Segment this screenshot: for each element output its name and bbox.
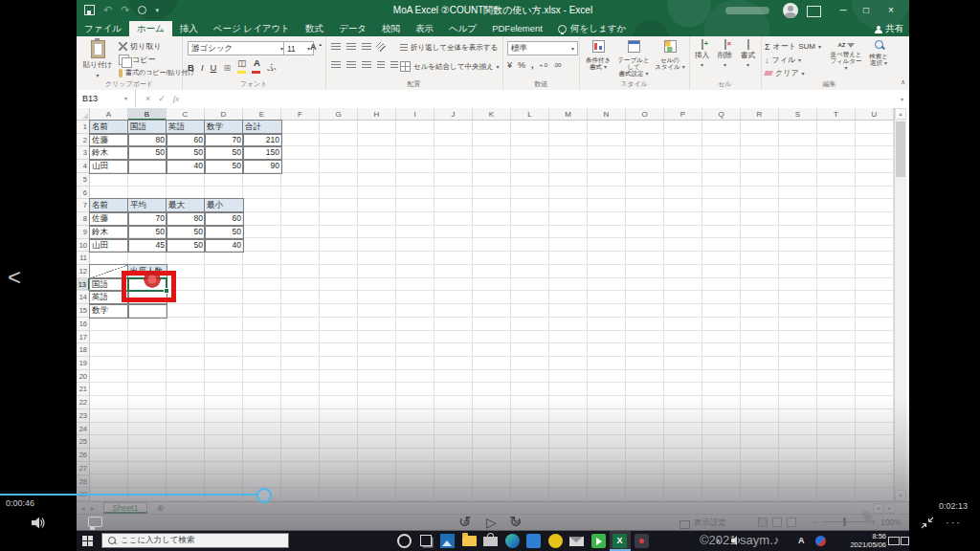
app-green-icon[interactable]	[591, 534, 606, 548]
format-as-table-button[interactable]: テーブルとして書式設定 ▾	[616, 40, 651, 77]
ribbon-tab-8[interactable]: ヘルプ	[441, 21, 484, 36]
fill-button[interactable]: ↓ フィル ▾	[765, 55, 801, 65]
align-middle-icon[interactable]	[346, 43, 356, 51]
ribbon-tab-1[interactable]: ホーム	[129, 21, 172, 36]
indent-decrease-icon[interactable]	[377, 61, 385, 69]
player-previous-icon[interactable]: <	[8, 264, 21, 291]
column-header-H[interactable]: H	[358, 108, 396, 121]
explorer-icon[interactable]	[462, 536, 477, 546]
user-avatar[interactable]	[783, 3, 798, 18]
cell-A15[interactable]: 数学	[90, 304, 128, 318]
hscroll-right-icon[interactable]: ▸	[884, 503, 895, 514]
font-color-button[interactable]: A	[253, 59, 260, 76]
column-header-E[interactable]: E	[243, 108, 281, 121]
cell-D8[interactable]: 60	[205, 212, 243, 226]
minimize-button[interactable]: ─	[831, 0, 856, 21]
name-box-dropdown-icon[interactable]: ▾	[124, 90, 127, 107]
row-header-9[interactable]: 9	[77, 226, 90, 239]
autosum-button[interactable]: Σ オート SUM ▾	[765, 41, 821, 52]
cell-E3[interactable]: 150	[243, 146, 281, 160]
cell-B4[interactable]	[128, 160, 167, 173]
cell-A9[interactable]: 鈴木	[90, 226, 128, 239]
cancel-formula-icon[interactable]: ×	[145, 94, 150, 103]
task-view-icon[interactable]	[420, 535, 432, 546]
delete-cells-button[interactable]: × 削除 ▾	[714, 40, 736, 69]
cell-D7[interactable]: 最小	[205, 199, 243, 212]
tray-user-icon[interactable]	[815, 536, 826, 546]
player-subtitle-icon[interactable]	[88, 517, 102, 527]
recorder-icon[interactable]	[635, 534, 649, 548]
cell-C1[interactable]: 英語	[167, 121, 205, 134]
close-button[interactable]: ×	[879, 0, 903, 21]
column-header-O[interactable]: O	[626, 108, 664, 121]
play-icon[interactable]: ▷	[486, 515, 497, 530]
row-header-14[interactable]: 14	[77, 291, 90, 304]
grow-font-icon[interactable]: A▴	[310, 42, 322, 52]
player-playhead[interactable]	[256, 488, 272, 503]
ime-indicator[interactable]: A	[798, 531, 805, 551]
row-header-23[interactable]: 23	[77, 409, 90, 423]
worksheet-grid[interactable]: ▴ ▾ ABCDEFGHIJKLMNOPQRSTU123456789101112…	[77, 108, 909, 501]
cell-B7[interactable]: 平均	[128, 199, 167, 212]
column-header-K[interactable]: K	[473, 108, 511, 121]
column-header-T[interactable]: T	[817, 108, 856, 121]
row-header-19[interactable]: 19	[77, 357, 90, 370]
column-header-D[interactable]: D	[205, 108, 243, 121]
zoom-level[interactable]: 100%	[880, 518, 902, 527]
row-header-5[interactable]: 5	[77, 173, 90, 187]
cortana-icon[interactable]	[397, 534, 412, 548]
cell-A1[interactable]: 名前	[90, 121, 128, 134]
fill-color-button[interactable]: ◫	[237, 59, 246, 76]
wrap-text-button[interactable]: 折り返して全体を表示する	[400, 43, 498, 53]
column-header-G[interactable]: G	[320, 108, 358, 121]
sort-filter-button[interactable]: AZ 並べ替えとフィルター ▾	[830, 40, 862, 72]
taskbar-search[interactable]: ここに入力して検索	[101, 533, 289, 548]
column-header-B[interactable]: B	[128, 108, 167, 121]
row-header-4[interactable]: 4	[77, 160, 90, 173]
start-button[interactable]	[82, 536, 93, 546]
column-header-L[interactable]: L	[511, 108, 549, 121]
comma-style-button[interactable]: ,	[531, 60, 534, 70]
app-yellow-icon[interactable]	[548, 534, 563, 548]
scroll-down-icon[interactable]: ▾	[895, 490, 906, 501]
bold-button[interactable]: B	[188, 62, 194, 73]
scroll-up-icon[interactable]: ▴	[895, 108, 906, 120]
column-header-A[interactable]: A	[90, 108, 128, 121]
row-header-8[interactable]: 8	[77, 212, 90, 226]
column-header-U[interactable]: U	[856, 108, 894, 121]
row-header-25[interactable]: 25	[77, 435, 90, 449]
enter-formula-icon[interactable]: ✓	[158, 94, 166, 103]
cell-B15[interactable]	[128, 304, 167, 318]
ribbon-tab-9[interactable]: PDFelement	[484, 21, 550, 36]
column-header-P[interactable]: P	[664, 108, 702, 121]
mail-icon[interactable]	[569, 537, 584, 546]
row-header-22[interactable]: 22	[77, 396, 90, 409]
column-header-Q[interactable]: Q	[702, 108, 741, 121]
cell-C9[interactable]: 50	[167, 226, 205, 239]
page-layout-view-icon[interactable]	[772, 518, 782, 527]
ribbon-tab-4[interactable]: 数式	[298, 21, 331, 36]
expand-formula-bar-icon[interactable]: ▾	[901, 96, 903, 102]
player-shrink-icon[interactable]	[921, 516, 934, 533]
column-header-I[interactable]: I	[396, 108, 434, 121]
italic-button[interactable]: I	[201, 62, 204, 73]
merge-center-button[interactable]: セルを結合して中央揃え ▾	[400, 61, 500, 72]
tell-me-box[interactable]: 何をしますか	[550, 21, 634, 36]
display-settings-button[interactable]: 表示設定	[679, 518, 726, 529]
ribbon-tab-6[interactable]: 校閲	[374, 21, 408, 36]
cell-C7[interactable]: 最大	[167, 199, 205, 212]
app-blue-icon[interactable]	[526, 534, 541, 548]
row-header-27[interactable]: 27	[77, 462, 90, 475]
row-header-6[interactable]: 6	[77, 187, 90, 200]
row-header-15[interactable]: 15	[77, 304, 90, 318]
decrease-decimal-button[interactable]: .00	[553, 62, 561, 68]
number-format-select[interactable]: 標準 ▾	[507, 41, 578, 55]
cell-D2[interactable]: 70	[205, 134, 243, 147]
cell-D10[interactable]: 40	[205, 239, 243, 253]
increase-decimal-button[interactable]: +.0	[540, 62, 548, 68]
cell-C10[interactable]: 50	[167, 239, 205, 253]
cell-D4[interactable]: 50	[205, 160, 243, 173]
cell-E4[interactable]: 90	[243, 160, 281, 173]
cell-B3[interactable]: 50	[128, 146, 167, 160]
percent-style-button[interactable]: %	[518, 60, 525, 70]
